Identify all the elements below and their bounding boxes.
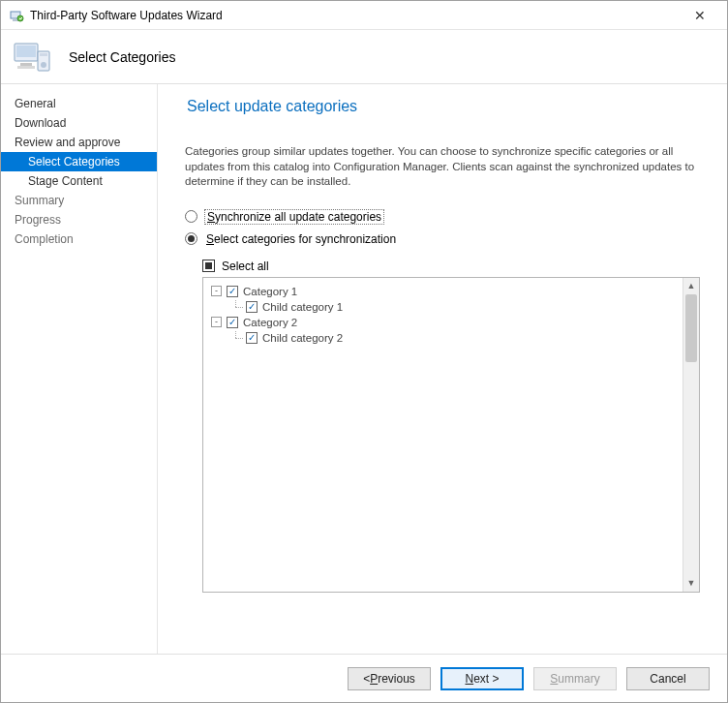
tree-viewport[interactable]: - Category 1 Child category 1 - Category… xyxy=(203,278,682,592)
nav-item-completion[interactable]: Completion xyxy=(1,229,157,249)
checkbox-icon[interactable] xyxy=(246,332,258,344)
scroll-track[interactable] xyxy=(683,294,699,575)
close-icon: ✕ xyxy=(694,8,706,23)
app-icon xyxy=(9,8,24,23)
wizard-footer: < Previous Next > Summary Cancel xyxy=(1,654,727,702)
tristate-checkbox-icon xyxy=(202,260,215,272)
scroll-up-icon[interactable]: ▲ xyxy=(683,278,699,294)
nav-item-stage-content[interactable]: Stage Content xyxy=(1,171,157,191)
close-button[interactable]: ✕ xyxy=(681,2,719,29)
cancel-button[interactable]: Cancel xyxy=(626,667,710,690)
select-all-label: Select all xyxy=(222,260,269,273)
nav-item-select-categories[interactable]: Select Categories xyxy=(1,152,157,171)
svg-rect-6 xyxy=(17,66,35,69)
header-icon xyxy=(13,38,55,76)
expander-icon[interactable]: - xyxy=(211,286,222,296)
page-description: Categories group similar updates togethe… xyxy=(185,144,700,190)
tree-guide-icon xyxy=(230,300,244,314)
tree-scrollbar[interactable]: ▲ ▼ xyxy=(682,278,699,592)
select-all-checkbox[interactable]: Select all xyxy=(202,260,700,273)
nav-item-review-approve[interactable]: Review and approve xyxy=(1,133,157,152)
nav-item-general[interactable]: General xyxy=(1,94,157,113)
checkbox-icon[interactable] xyxy=(246,301,258,313)
tree-node[interactable]: - Category 1 xyxy=(207,284,679,299)
checkbox-icon[interactable] xyxy=(227,286,238,297)
nav-item-download[interactable]: Download xyxy=(1,113,157,133)
svg-point-9 xyxy=(41,62,46,68)
scroll-down-icon[interactable]: ▼ xyxy=(683,575,699,592)
wizard-body: General Download Review and approve Sele… xyxy=(1,84,727,654)
header-title: Select Categories xyxy=(69,49,176,65)
radio-sync-all-label: Synchronize all update categories xyxy=(204,209,384,225)
nav-item-summary[interactable]: Summary xyxy=(1,191,157,210)
scroll-thumb[interactable] xyxy=(685,294,697,362)
svg-point-2 xyxy=(17,15,23,21)
tree-node[interactable]: Child category 2 xyxy=(207,330,679,346)
page-title: Select update categories xyxy=(187,98,700,115)
tree-guide-icon xyxy=(230,331,244,345)
tree-node-label: Category 1 xyxy=(243,286,297,297)
tree-node-label: Child category 1 xyxy=(262,301,343,313)
tree-node[interactable]: - Category 2 xyxy=(207,315,679,330)
radio-icon xyxy=(185,210,197,223)
titlebar: Third-Party Software Updates Wizard ✕ xyxy=(1,1,727,30)
summary-button: Summary xyxy=(533,667,617,690)
radio-select-categories-label: Select categories for synchronization xyxy=(204,232,398,246)
tree-node[interactable]: Child category 1 xyxy=(207,299,679,315)
tree-node-label: Child category 2 xyxy=(262,332,343,344)
wizard-nav: General Download Review and approve Sele… xyxy=(1,84,158,654)
category-tree: - Category 1 Child category 1 - Category… xyxy=(202,277,700,593)
svg-rect-8 xyxy=(40,53,47,56)
next-button[interactable]: Next > xyxy=(440,667,524,690)
content-pane: Select update categories Categories grou… xyxy=(158,84,727,654)
wizard-header: Select Categories xyxy=(1,30,727,84)
wizard-window: Third-Party Software Updates Wizard ✕ Se… xyxy=(0,0,728,703)
svg-rect-5 xyxy=(20,63,32,66)
checkbox-icon[interactable] xyxy=(227,317,238,328)
expander-icon[interactable]: - xyxy=(211,317,222,327)
window-title: Third-Party Software Updates Wizard xyxy=(30,9,681,22)
nav-item-progress[interactable]: Progress xyxy=(1,210,157,229)
radio-select-categories[interactable]: Select categories for synchronization xyxy=(185,232,700,246)
radio-sync-all[interactable]: Synchronize all update categories xyxy=(185,209,700,225)
radio-icon xyxy=(185,232,197,245)
previous-button[interactable]: < Previous xyxy=(348,667,431,690)
tree-node-label: Category 2 xyxy=(243,317,297,328)
svg-rect-4 xyxy=(16,46,36,57)
